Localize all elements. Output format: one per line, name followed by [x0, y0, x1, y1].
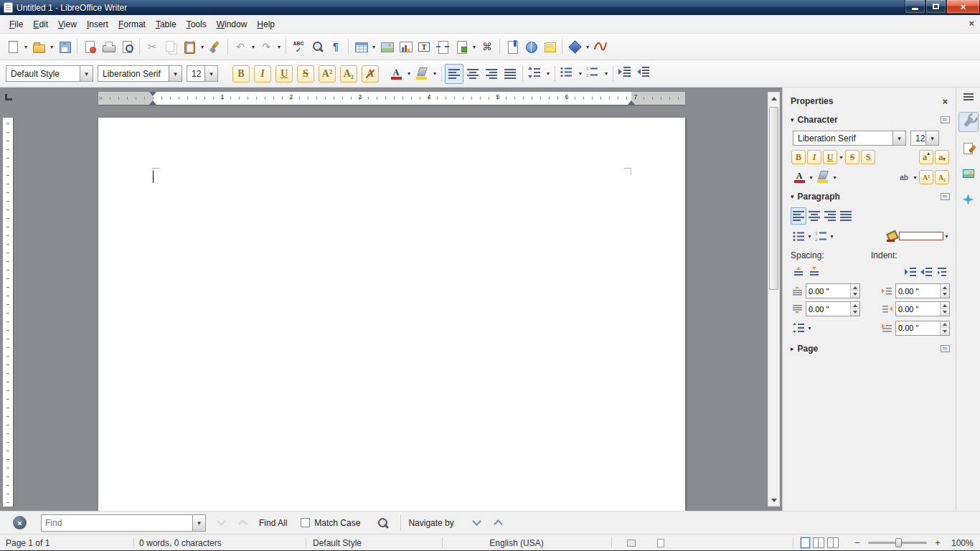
sidebar-settings-icon[interactable]	[963, 93, 974, 100]
insert-image-button[interactable]	[377, 37, 396, 57]
copy-button[interactable]	[161, 37, 180, 57]
strikethrough-button[interactable]: S	[297, 65, 314, 83]
insert-bookmark-button[interactable]	[503, 37, 522, 57]
tab-gallery[interactable]	[958, 164, 979, 184]
italic-button[interactable]: I	[254, 65, 271, 83]
align-left-button[interactable]	[445, 64, 463, 84]
match-case-checkbox[interactable]	[301, 518, 310, 527]
sidebar-bullet-list-button[interactable]	[791, 227, 806, 245]
menu-table[interactable]: Table	[151, 17, 182, 32]
word-count-status[interactable]: 0 words, 0 characters	[139, 534, 222, 551]
first-line-indent-marker[interactable]	[149, 92, 156, 96]
sidebar-line-spacing-dropdown[interactable]	[806, 319, 813, 336]
insert-chart-button[interactable]	[396, 37, 415, 57]
document-modified-icon[interactable]	[657, 534, 664, 551]
print-button[interactable]	[99, 37, 118, 57]
sidebar-justify-button[interactable]	[838, 207, 854, 225]
line-spacing-button[interactable]	[526, 64, 545, 84]
paste-dropdown[interactable]	[199, 37, 206, 57]
sidebar-font-color-dropdown[interactable]	[808, 169, 814, 186]
zoom-in-button[interactable]: +	[933, 537, 943, 548]
zoom-percentage[interactable]: 100%	[951, 534, 974, 551]
undo-button[interactable]: ↶	[231, 37, 250, 57]
clone-formatting-button[interactable]	[206, 37, 225, 57]
minimize-button[interactable]	[905, 0, 925, 14]
decrease-paragraph-spacing-button[interactable]	[806, 263, 822, 281]
character-section-header[interactable]: ▾ Character	[791, 112, 950, 128]
increase-indent-button[interactable]	[616, 64, 635, 84]
sidebar-font-name-dropdown[interactable]	[892, 131, 905, 145]
sidebar-underline-dropdown[interactable]	[838, 149, 844, 166]
superscript-button[interactable]: A²	[319, 65, 336, 83]
font-name-dropdown[interactable]	[169, 66, 182, 81]
sidebar-subscript-button[interactable]: A₂	[935, 170, 949, 184]
tab-styles[interactable]	[958, 138, 979, 158]
zoom-slider[interactable]	[868, 542, 927, 544]
background-color-swatch[interactable]	[899, 232, 943, 240]
sidebar-font-size-combobox[interactable]: 12	[910, 131, 939, 146]
align-right-button[interactable]	[482, 64, 501, 84]
indent-after-input[interactable]	[896, 302, 940, 316]
insert-field-dropdown[interactable]	[471, 37, 478, 57]
font-size-combobox[interactable]: 12	[187, 65, 218, 82]
sidebar-line-spacing-button[interactable]	[791, 319, 806, 336]
language-status[interactable]: English (USA)	[459, 534, 574, 551]
menu-edit[interactable]: Edit	[28, 17, 53, 32]
paragraph-dialog-launcher-icon[interactable]	[941, 193, 950, 200]
align-center-button[interactable]	[463, 64, 482, 84]
indent-before-field[interactable]	[895, 283, 950, 298]
sidebar-align-center-button[interactable]	[806, 207, 822, 225]
indent-before-input[interactable]	[896, 284, 940, 298]
sidebar-font-name-combobox[interactable]: Liberation Serif	[793, 131, 906, 146]
zoom-out-button[interactable]: −	[852, 537, 862, 548]
vertical-scrollbar[interactable]	[768, 92, 780, 507]
find-all-button[interactable]: Find All	[255, 514, 291, 532]
multi-page-view-button[interactable]	[813, 537, 824, 548]
undo-dropdown[interactable]	[250, 37, 257, 57]
horizontal-ruler[interactable]: 1 2 3 4 5 6 7	[98, 92, 685, 105]
sidebar-bullet-list-dropdown[interactable]	[806, 227, 813, 245]
page-section-header[interactable]: ▸ Page	[791, 341, 950, 357]
menu-help[interactable]: Help	[252, 17, 280, 32]
indent-after-spinner[interactable]	[940, 302, 949, 316]
tab-properties[interactable]	[958, 112, 979, 132]
spacing-below-spinner[interactable]	[850, 302, 859, 316]
paragraph-style-dropdown[interactable]	[80, 66, 93, 81]
menu-tools[interactable]: Tools	[182, 17, 212, 32]
paragraph-section-header[interactable]: ▾ Paragraph	[791, 189, 950, 204]
tab-stop-selector[interactable]	[5, 94, 12, 100]
bullet-list-button[interactable]	[558, 64, 577, 84]
spacing-above-input[interactable]	[806, 284, 850, 298]
sidebar-align-left-button[interactable]	[791, 207, 806, 225]
subscript-button[interactable]: A₂	[340, 65, 357, 83]
single-page-view-button[interactable]	[801, 537, 810, 548]
sidebar-increase-indent-button[interactable]	[903, 263, 918, 281]
zoom-slider-thumb[interactable]	[895, 538, 902, 547]
insert-text-box-button[interactable]: T	[415, 37, 433, 57]
find-previous-button[interactable]	[234, 514, 251, 532]
scrollbar-thumb[interactable]	[769, 107, 778, 290]
paragraph-style-combobox[interactable]: Default Style	[6, 65, 93, 82]
increase-paragraph-spacing-button[interactable]	[791, 263, 806, 281]
selection-mode-icon[interactable]	[627, 534, 636, 551]
sidebar-underline-button[interactable]: U	[823, 150, 837, 164]
background-color-dropdown[interactable]	[943, 227, 950, 245]
vertical-ruler[interactable]	[3, 118, 13, 507]
paragraph-background-color-icon[interactable]	[885, 230, 897, 242]
character-spacing-dropdown[interactable]	[912, 169, 918, 186]
find-and-replace-button[interactable]	[372, 514, 393, 532]
export-pdf-button[interactable]	[80, 37, 99, 57]
open-dropdown[interactable]	[48, 37, 55, 57]
spacing-below-field[interactable]	[806, 301, 860, 316]
justify-button[interactable]	[501, 64, 519, 84]
spacing-below-input[interactable]	[806, 302, 850, 316]
tab-navigator[interactable]	[958, 189, 979, 209]
page-dialog-launcher-icon[interactable]	[941, 345, 950, 352]
sidebar-shadow-button[interactable]: S	[861, 150, 875, 164]
bold-button[interactable]: B	[232, 65, 250, 83]
insert-hyperlink-button[interactable]	[522, 37, 540, 57]
spacing-above-spinner[interactable]	[850, 284, 859, 298]
formatting-marks-button[interactable]: ¶	[326, 37, 345, 57]
spelling-button[interactable]: ABC ✓	[289, 37, 308, 57]
underline-button[interactable]: U	[275, 65, 293, 83]
